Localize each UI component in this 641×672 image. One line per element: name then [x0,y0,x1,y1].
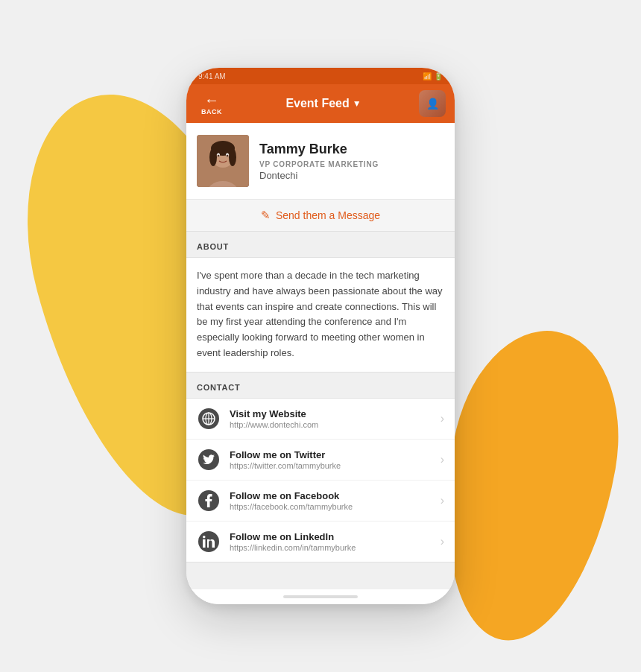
svg-point-9 [227,155,229,157]
nav-avatar[interactable]: 👤 [419,90,446,117]
phone-mockup: 9:41 AM 📶 🔋 ← BACK Event Feed ▼ 👤 [186,68,455,604]
dropdown-icon: ▼ [353,98,361,109]
twitter-url: https://twitter.com/tammyburke [230,461,432,470]
globe-icon [198,408,219,429]
twitter-icon [198,449,219,470]
about-section: ABOUT I've spent more than a decade in t… [186,232,455,373]
facebook-label: Follow me on Facebook [230,490,432,501]
navbar: ← BACK Event Feed ▼ 👤 [186,84,455,123]
back-arrow-icon: ← [204,92,219,107]
profile-info: Tammy Burke VP CORPORATE MARKETING Donte… [259,142,444,181]
profile-avatar-svg [197,135,249,187]
linkedin-icon-wrap [197,530,221,554]
svg-point-15 [203,536,206,539]
avatar-image: 👤 [419,90,446,117]
facebook-chevron: › [441,494,444,507]
about-text: I've spent more than a decade in the tec… [197,268,444,361]
home-indicator [186,589,455,604]
linkedin-icon [198,531,219,552]
twitter-icon-wrap [197,448,221,472]
status-icons: 📶 🔋 [423,72,443,80]
profile-title: VP CORPORATE MARKETING [259,160,444,168]
message-button-area: ✎ Send them a Message [186,200,455,232]
send-message-button[interactable]: ✎ Send them a Message [261,209,380,222]
contact-item-twitter[interactable]: Follow me on Twitter https://twitter.com… [186,440,455,481]
svg-point-4 [209,148,217,166]
facebook-icon-wrap [197,489,221,513]
website-chevron: › [441,412,444,425]
twitter-chevron: › [441,453,444,466]
linkedin-text: Follow me on LinkedIn https://linkedin.c… [230,531,432,552]
linkedin-chevron: › [441,535,444,548]
contact-list: Visit my Website http://www.dontechi.com… [186,398,455,562]
about-section-header: ABOUT [186,232,455,257]
facebook-text: Follow me on Facebook https://facebook.c… [230,490,432,511]
home-bar [283,595,358,598]
nav-title-text: Event Feed [285,97,349,110]
contact-section: CONTACT [186,373,455,562]
about-title: ABOUT [197,242,229,251]
back-button[interactable]: ← BACK [195,92,228,115]
contact-title: CONTACT [197,383,241,392]
website-text: Visit my Website http://www.dontechi.com [230,408,432,429]
contact-item-facebook[interactable]: Follow me on Facebook https://facebook.c… [186,481,455,522]
profile-photo [197,135,249,187]
twitter-label: Follow me on Twitter [230,449,432,460]
phone-screen: 9:41 AM 📶 🔋 ← BACK Event Feed ▼ 👤 [186,68,455,604]
website-icon-wrap [197,407,221,431]
linkedin-url: https://linkedin.com/in/tammyburke [230,543,432,552]
svg-rect-14 [203,539,206,548]
facebook-url: https://facebook.com/tammyburke [230,502,432,511]
scroll-content[interactable]: ABOUT I've spent more than a decade in t… [186,232,455,589]
profile-name: Tammy Burke [259,142,444,157]
svg-point-5 [229,148,236,166]
facebook-icon [198,490,219,511]
website-label: Visit my Website [230,408,432,419]
linkedin-label: Follow me on LinkedIn [230,531,432,542]
twitter-text: Follow me on Twitter https://twitter.com… [230,449,432,470]
contact-section-header: CONTACT [186,373,455,398]
profile-company: Dontechi [259,170,444,181]
website-url: http://www.dontechi.com [230,420,432,429]
about-body: I've spent more than a decade in the tec… [186,257,455,373]
contact-item-website[interactable]: Visit my Website http://www.dontechi.com… [186,399,455,440]
contact-item-linkedin[interactable]: Follow me on LinkedIn https://linkedin.c… [186,522,455,562]
message-icon: ✎ [261,209,271,222]
status-bar: 9:41 AM 📶 🔋 [186,68,455,84]
message-button-label: Send them a Message [276,209,380,221]
status-time: 9:41 AM [198,72,226,80]
svg-point-8 [218,155,220,157]
nav-title[interactable]: Event Feed ▼ [285,97,361,110]
back-label: BACK [201,108,222,115]
profile-section: Tammy Burke VP CORPORATE MARKETING Donte… [186,123,455,200]
